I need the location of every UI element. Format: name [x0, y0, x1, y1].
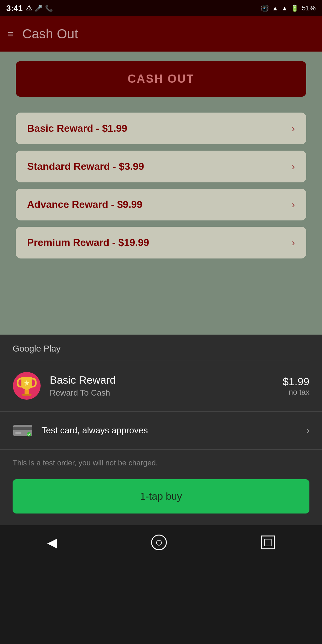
product-trophy-icon	[13, 372, 41, 400]
warning-icon: ⚠	[26, 4, 32, 12]
svg-rect-6	[13, 427, 32, 430]
cash-out-button[interactable]: CASH OUT	[16, 61, 306, 97]
chevron-right-icon: ›	[291, 161, 295, 172]
product-price: $1.99 no tax	[283, 375, 309, 397]
payment-label: Test card, always approves	[42, 425, 298, 436]
home-button[interactable]: ○	[151, 535, 167, 550]
price-amount: $1.99	[283, 375, 309, 388]
svg-point-8	[27, 432, 31, 436]
test-notice: This is a test order, you will not be ch…	[0, 450, 322, 476]
recents-button[interactable]: □	[261, 536, 275, 549]
reward-list: Basic Reward - $1.99 › Standard Reward -…	[16, 113, 306, 258]
status-time: 3:41 ⚠ 🎤 📞	[6, 3, 53, 13]
main-content: CASH OUT Basic Reward - $1.99 › Standard…	[0, 52, 322, 335]
recents-icon: □	[261, 536, 275, 549]
svg-rect-3	[22, 394, 31, 396]
price-tax: no tax	[283, 388, 309, 397]
time-display: 3:41	[6, 3, 23, 13]
vibrate-icon: 📳	[261, 4, 269, 12]
home-icon: ○	[151, 535, 167, 550]
product-name: Basic Reward	[50, 374, 274, 386]
chevron-right-icon: ›	[291, 199, 295, 210]
reward-label-basic: Basic Reward - $1.99	[27, 123, 127, 134]
svg-rect-7	[15, 432, 21, 434]
navigation-bar: ◀ ○ □	[0, 525, 322, 559]
product-info: Basic Reward Reward To Cash	[50, 374, 274, 398]
status-icons: ⚠ 🎤 📞	[26, 4, 53, 12]
reward-item-basic[interactable]: Basic Reward - $1.99 ›	[16, 113, 306, 144]
chevron-right-icon: ›	[291, 123, 295, 134]
back-icon: ◀	[47, 535, 57, 550]
reward-item-standard[interactable]: Standard Reward - $3.99 ›	[16, 151, 306, 182]
google-play-bottom-sheet: Google Play Basic Reward Reward To Cash	[0, 335, 322, 525]
wifi-icon: ▲	[272, 5, 278, 12]
reward-label-standard: Standard Reward - $3.99	[27, 161, 144, 172]
chevron-right-icon: ›	[291, 237, 295, 248]
reward-item-advance[interactable]: Advance Reward - $9.99 ›	[16, 189, 306, 220]
product-row: Basic Reward Reward To Cash $1.99 no tax	[0, 360, 322, 411]
status-right-icons: 📳 ▲ ▲ 🔋 51%	[261, 4, 316, 12]
test-notice-text: This is a test order, you will not be ch…	[13, 458, 158, 467]
one-tap-buy-button[interactable]: 1-tap buy	[13, 479, 309, 514]
battery-percent: 51%	[302, 4, 316, 12]
payment-chevron-icon: ›	[307, 425, 309, 436]
reward-label-advance: Advance Reward - $9.99	[27, 199, 142, 210]
app-bar: ≡ Cash Out	[0, 16, 322, 52]
payment-row[interactable]: Test card, always approves ›	[0, 411, 322, 450]
hamburger-menu-icon[interactable]: ≡	[8, 28, 14, 40]
app-bar-title: Cash Out	[22, 26, 78, 42]
google-play-header: Google Play	[0, 335, 322, 360]
back-button[interactable]: ◀	[47, 535, 57, 550]
svg-rect-2	[25, 390, 29, 394]
product-subtitle: Reward To Cash	[50, 388, 274, 398]
status-bar: 3:41 ⚠ 🎤 📞 📳 ▲ ▲ 🔋 51%	[0, 0, 322, 16]
signal-icon: ▲	[281, 5, 288, 12]
reward-item-premium[interactable]: Premium Reward - $19.99 ›	[16, 227, 306, 258]
google-play-label: Google Play	[13, 344, 61, 353]
battery-icon: 🔋	[291, 4, 299, 12]
card-icon	[13, 424, 33, 437]
audio-icon: 🎤	[35, 4, 42, 12]
card-icon-container	[13, 420, 33, 441]
phone-icon: 📞	[45, 4, 53, 12]
reward-label-premium: Premium Reward - $19.99	[27, 237, 149, 248]
